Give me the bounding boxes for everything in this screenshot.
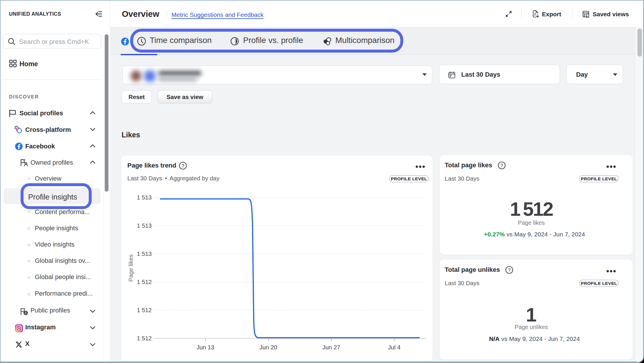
svg-text:?: ? (508, 267, 511, 273)
svg-text:1 512: 1 512 (137, 278, 152, 285)
svg-text:Jul 4: Jul 4 (388, 344, 400, 351)
svg-text:Jun 27: Jun 27 (322, 344, 340, 351)
svg-text:Jun 13: Jun 13 (196, 344, 214, 351)
svg-text:?: ? (500, 163, 503, 168)
svg-text:1 513: 1 513 (137, 250, 152, 257)
svg-text:1 513: 1 513 (137, 194, 152, 201)
svg-text:1 512: 1 512 (137, 335, 152, 342)
svg-text:Page likes: Page likes (127, 254, 134, 282)
svg-text:1 512: 1 512 (137, 307, 152, 313)
svg-text:Jun 20: Jun 20 (259, 344, 277, 351)
svg-text:1 513: 1 513 (137, 222, 152, 229)
